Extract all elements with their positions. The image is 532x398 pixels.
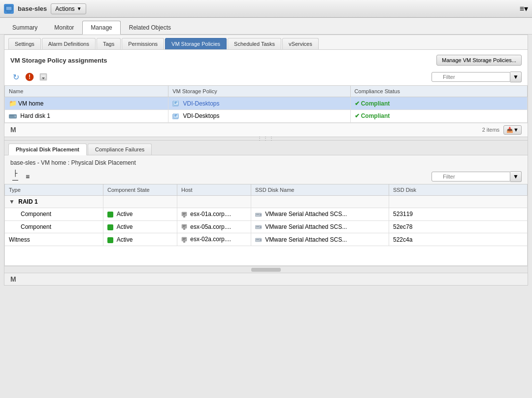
type-cell: Witness xyxy=(5,233,103,246)
ssd-name-cell: VMware Serial Attached SCS... xyxy=(251,208,389,220)
table-row[interactable]: Component Active xyxy=(5,220,528,233)
svg-rect-23 xyxy=(183,216,185,217)
svg-rect-40 xyxy=(256,239,259,240)
svg-rect-15 xyxy=(10,115,14,116)
horizontal-scrollbar[interactable] xyxy=(4,266,528,273)
main-tabs: Summary Monitor Manage Related Objects xyxy=(0,18,532,35)
bottom-tab-physical-disk[interactable]: Physical Disk Placement xyxy=(8,144,87,155)
harddisk-icon xyxy=(9,112,18,119)
table-row[interactable]: ▼ RAID 1 xyxy=(5,195,528,208)
svg-rect-1 xyxy=(6,7,11,10)
list-view-button[interactable]: ≡ xyxy=(22,171,33,182)
content-area: Settings Alarm Definitions Tags Permissi… xyxy=(4,35,528,286)
placement-filter-input[interactable] xyxy=(432,172,510,181)
ssd-disk-cell: 523119 xyxy=(389,208,528,220)
title-bar-right: ≡▾ xyxy=(520,4,528,13)
table-row[interactable]: Hard disk 1 VDI-Desktops ✔ xyxy=(5,110,528,123)
svg-rect-36 xyxy=(183,239,185,240)
actions-button[interactable]: Actions ▼ xyxy=(51,3,86,14)
col-compliance: Compliance Status xyxy=(350,86,527,97)
sub-tab-vservices[interactable]: vServices xyxy=(282,38,319,49)
svg-rect-22 xyxy=(183,214,185,215)
refresh-button[interactable]: ↻ xyxy=(10,72,21,82)
host-icon xyxy=(181,211,189,217)
host-cell: esx-01a.corp.... xyxy=(177,208,251,220)
add-icon: ! xyxy=(25,72,34,81)
tab-related-objects[interactable]: Related Objects xyxy=(121,21,179,34)
disk-icon2 xyxy=(255,223,264,230)
tab-summary[interactable]: Summary xyxy=(4,21,46,34)
state-cell: Active xyxy=(103,208,177,220)
storage-policy-icon xyxy=(172,100,181,107)
manage-vm-storage-policies-button[interactable]: Manage VM Storage Policies... xyxy=(436,55,522,66)
svg-rect-2 xyxy=(8,11,10,12)
svg-rect-30 xyxy=(183,228,185,230)
sub-tab-scheduled-tasks[interactable]: Scheduled Tasks xyxy=(228,38,281,49)
panel-resizer[interactable]: ⋮⋮⋮ xyxy=(4,137,528,141)
list-icon: ≡ xyxy=(26,173,30,181)
placement-col-type: Type xyxy=(5,184,103,195)
storage-table-footer: M 2 items 📥▼ xyxy=(4,123,528,137)
table-row[interactable]: 📁 VM home VDI-Desktops ✔ xyxy=(5,97,528,110)
items-count: 2 items xyxy=(482,127,499,133)
ssd-disk-cell: 52ec78 xyxy=(389,220,528,233)
svg-point-25 xyxy=(260,214,262,216)
export-icon xyxy=(39,72,48,81)
export-data-button[interactable]: 📥▼ xyxy=(503,125,522,135)
storage-filter-input[interactable] xyxy=(432,72,510,82)
sub-tab-settings[interactable]: Settings xyxy=(8,38,41,49)
storage-section-header: VM Storage Policy assignments Manage VM … xyxy=(4,50,528,70)
svg-rect-33 xyxy=(256,226,259,227)
storage-section-title: VM Storage Policy assignments xyxy=(10,57,107,64)
svg-rect-19 xyxy=(174,116,176,117)
bottom-tab-compliance-failures[interactable]: Compliance Failures xyxy=(88,144,152,155)
chevron-down-icon: ▼ xyxy=(9,198,15,205)
status-active-icon xyxy=(107,212,113,217)
col-name: Name xyxy=(5,86,168,97)
host-cell: esx-02a.corp.... xyxy=(177,233,251,246)
title-bar: base-sles Actions ▼ ≡▾ xyxy=(0,0,532,18)
bottom-panel: Physical Disk Placement Compliance Failu… xyxy=(4,141,528,285)
state-cell: Active xyxy=(103,233,177,246)
sub-tab-permissions[interactable]: Permissions xyxy=(122,38,164,49)
filter-wrapper: 🔍 ▼ xyxy=(432,72,522,82)
svg-rect-21 xyxy=(183,213,186,214)
collapse-button[interactable]: ├— xyxy=(10,172,20,181)
sub-tab-alarm-definitions[interactable]: Alarm Definitions xyxy=(42,38,96,49)
status-active-icon xyxy=(107,237,113,243)
add-button[interactable]: ! xyxy=(24,72,35,82)
type-cell: ▼ RAID 1 xyxy=(5,195,103,208)
sub-tab-vm-storage-policies[interactable]: VM Storage Policies xyxy=(165,38,227,49)
tab-monitor[interactable]: Monitor xyxy=(46,21,82,34)
placement-col-ssd-name: SSD Disk Name xyxy=(251,184,389,195)
type-cell: Component xyxy=(5,208,103,220)
vmware-icon-footer: M xyxy=(10,126,16,134)
vm-icon xyxy=(4,4,14,14)
tab-manage[interactable]: Manage xyxy=(82,21,120,35)
svg-rect-37 xyxy=(183,241,185,243)
sub-tab-tags[interactable]: Tags xyxy=(97,38,121,49)
svg-rect-3 xyxy=(7,12,11,12)
resizer-icon: ⋮⋮⋮ xyxy=(257,136,275,141)
row-name: 📁 VM home xyxy=(5,97,168,110)
svg-rect-11 xyxy=(174,102,177,103)
placement-footer: M xyxy=(4,273,528,285)
filter-dropdown-button[interactable]: ▼ xyxy=(510,72,522,82)
bottom-tabs: Physical Disk Placement Compliance Failu… xyxy=(4,141,528,155)
state-cell: Active xyxy=(103,220,177,233)
placement-toolbar-left: ├— ≡ xyxy=(10,171,33,182)
export-button[interactable] xyxy=(38,72,49,82)
status-active-icon xyxy=(107,224,113,230)
vm-name: base-sles xyxy=(18,5,47,12)
empty-row xyxy=(5,246,528,266)
placement-filter-dropdown-button[interactable]: ▼ xyxy=(510,171,522,182)
footer-vmware-icon: M xyxy=(10,275,16,283)
menu-icon[interactable]: ≡▾ xyxy=(520,4,528,13)
ssd-name-cell: VMware Serial Attached SCS... xyxy=(251,220,389,233)
table-row[interactable]: Component Active xyxy=(5,208,528,220)
row-compliance: ✔ Compliant xyxy=(350,97,527,110)
svg-rect-28 xyxy=(183,225,186,226)
table-row[interactable]: Witness Active xyxy=(5,233,528,246)
ssd-name-cell: VMware Serial Attached SCS... xyxy=(251,233,389,246)
folder-icon: 📁 xyxy=(9,100,17,107)
